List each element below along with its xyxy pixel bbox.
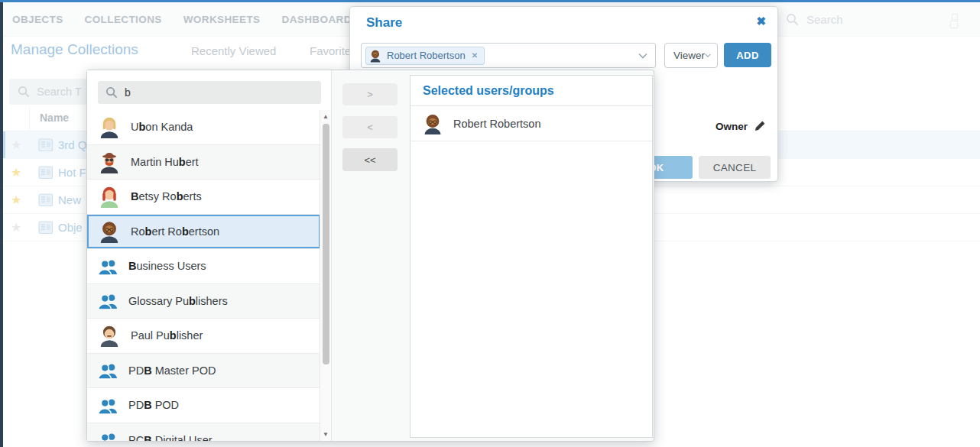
star-icon[interactable]: ★ (11, 167, 24, 179)
list-item[interactable]: Martin Hubert (87, 145, 320, 180)
nav-item-objects[interactable]: OBJECTS (12, 14, 63, 25)
list-item[interactable]: Ubon Kanda (87, 110, 320, 145)
move-all-left-button[interactable]: << (342, 148, 398, 171)
selected-panel-header: Selected users/groups (410, 76, 652, 106)
selected-list-item[interactable]: Robert Robertson (410, 106, 652, 141)
scroll-up-arrow[interactable]: ▲ (320, 113, 331, 120)
list-scrollbar[interactable]: ▲ ▼ (320, 110, 331, 441)
list-item[interactable]: Robert Robertson (87, 215, 320, 250)
collection-icon (38, 138, 54, 152)
available-users-panel: Ubon KandaMartin HubertBetsy RobertsRobe… (87, 70, 332, 441)
user-picker-popup: Ubon KandaMartin HubertBetsy RobertsRobe… (86, 70, 654, 442)
role-select-value: Viewer (673, 50, 705, 61)
avatar (97, 219, 122, 244)
chevron-down-icon[interactable] (638, 53, 647, 59)
user-name: Betsy Roberts (131, 190, 202, 202)
role-select[interactable]: Viewer (664, 43, 718, 68)
collection-icon (38, 193, 54, 207)
table-search-placeholder: Search T (37, 86, 82, 98)
collection-name: New (58, 193, 81, 206)
list-item[interactable]: Glossary Publishers (87, 284, 320, 319)
list-item[interactable]: Paul Publisher (87, 319, 320, 354)
list-item[interactable]: PDB POD (87, 388, 320, 423)
list-item[interactable]: Betsy Roberts (87, 180, 320, 215)
user-name: PDB POD (128, 399, 179, 411)
column-header-name[interactable]: Name (40, 112, 69, 124)
dialog-title: Share (366, 15, 402, 31)
nav-item-collections[interactable]: COLLECTIONS (85, 14, 162, 25)
search-icon (18, 86, 30, 98)
move-right-button[interactable]: > (342, 83, 398, 105)
recipient-chip: Robert Robertson ✕ (365, 47, 485, 65)
user-name: Robert Robertson (453, 118, 540, 130)
selected-list: Robert Robertson (410, 106, 652, 141)
app-window: OBJECTSCOLLECTIONSWORKSHEETSDASHBOARDS S… (0, 0, 980, 447)
resize-icon[interactable] (950, 14, 959, 29)
main-nav: OBJECTSCOLLECTIONSWORKSHEETSDASHBOARDS (12, 2, 359, 37)
tab-recently-viewed[interactable]: Recently Viewed (191, 44, 276, 57)
user-name: Ubon Kanda (131, 121, 193, 133)
user-name: Business Users (128, 260, 206, 272)
avatar (368, 49, 382, 63)
top-accent-line (0, 0, 980, 2)
star-icon[interactable]: ★ (11, 139, 24, 151)
chevron-down-icon (705, 53, 711, 58)
edit-pencil-icon[interactable] (754, 120, 766, 132)
global-search[interactable]: Search (786, 13, 843, 26)
group-icon (97, 360, 119, 381)
global-search-placeholder: Search (806, 13, 843, 26)
recipient-token-input[interactable]: Robert Robertson ✕ (361, 43, 656, 68)
group-icon (97, 290, 119, 311)
picker-search-input[interactable] (125, 86, 300, 99)
user-name: PDB Master POD (128, 364, 216, 377)
collection-name: Hot F (58, 166, 86, 179)
scroll-down-arrow[interactable]: ▼ (320, 431, 331, 438)
user-name: Robert Robertson (131, 225, 219, 238)
list-item[interactable]: PDB Master POD (87, 354, 320, 389)
group-icon (97, 256, 119, 277)
star-icon[interactable]: ★ (11, 222, 24, 234)
scrollbar-thumb[interactable] (323, 124, 329, 364)
search-icon (105, 86, 118, 99)
move-left-button[interactable]: < (342, 116, 398, 138)
group-icon (97, 429, 119, 441)
chip-remove-icon[interactable]: ✕ (472, 51, 478, 60)
user-name: Glossary Publishers (128, 295, 228, 307)
collection-name: Obje (58, 221, 83, 234)
user-name: Paul Publisher (131, 329, 203, 342)
collection-name: 3rd Q (58, 138, 87, 151)
nav-item-dashboards[interactable]: DASHBOARDS (281, 14, 359, 25)
available-list: Ubon KandaMartin HubertBetsy RobertsRobe… (87, 110, 320, 441)
selected-users-panel: Selected users/groups Robert Robertson (410, 75, 653, 438)
owner-role-label: Owner (693, 121, 748, 132)
avatar (97, 115, 122, 139)
user-name: Martin Hubert (131, 156, 199, 168)
close-icon[interactable]: ✖ (756, 15, 766, 28)
avatar (97, 323, 122, 348)
cancel-button[interactable]: CANCEL (699, 156, 771, 179)
collection-icon (38, 221, 54, 235)
add-button[interactable]: ADD (724, 43, 771, 67)
collection-icon (38, 166, 54, 180)
list-item[interactable]: Business Users (87, 249, 320, 284)
avatar (421, 112, 444, 135)
group-icon (97, 395, 119, 416)
list-item[interactable]: PCB Digital User (87, 423, 320, 442)
avatar (97, 184, 122, 209)
page-title: Manage Collections (11, 41, 138, 58)
star-icon[interactable]: ★ (11, 194, 24, 206)
avatar (97, 150, 122, 174)
picker-search[interactable] (98, 81, 321, 104)
search-icon (786, 13, 799, 26)
user-name: PCB Digital User (128, 434, 213, 441)
chip-name: Robert Robertson (387, 50, 466, 61)
nav-item-worksheets[interactable]: WORKSHEETS (183, 14, 261, 25)
left-accent-strip (0, 2, 3, 447)
